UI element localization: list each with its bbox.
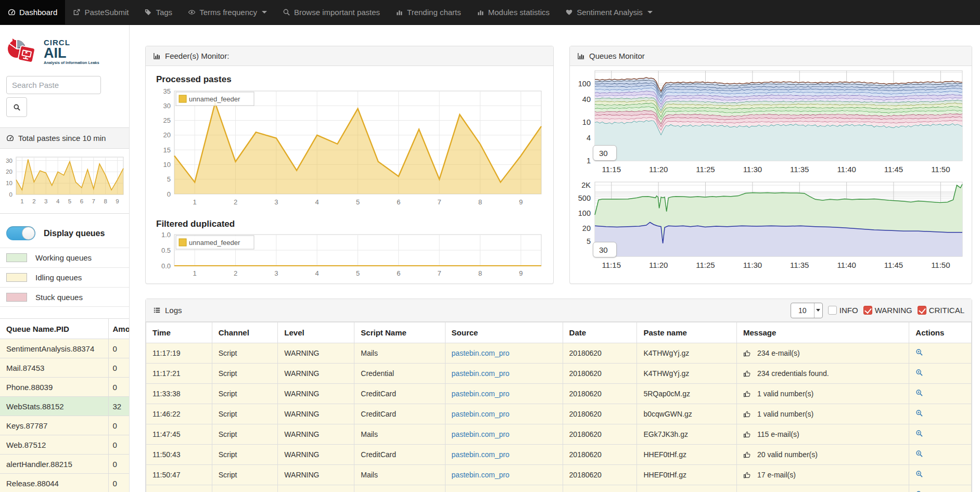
nav-item-dashboard[interactable]: Dashboard <box>0 0 65 24</box>
thumbs-up-icon <box>743 451 751 459</box>
nav-item-label: Browse important pastes <box>294 8 380 17</box>
log-row: 11:17:19ScriptWARNINGMailspastebin.com_p… <box>146 343 972 364</box>
svg-text:5: 5 <box>356 198 360 206</box>
search-plus-icon[interactable] <box>915 409 923 417</box>
search-plus-icon[interactable] <box>915 450 923 458</box>
eye-icon <box>188 8 196 16</box>
svg-text:11:15: 11:15 <box>602 261 621 269</box>
queue-name-header: Queue Name.PID <box>0 319 108 339</box>
feeder-monitor-title: Feeder(s) Monitor: <box>165 51 229 60</box>
bar-chart-icon <box>477 8 485 16</box>
feeder-monitor-header: Feeder(s) Monitor: <box>146 46 553 66</box>
logo-text: CIRCL AIL Analysis of Information Leaks <box>44 38 99 65</box>
logs-header-message: Message <box>736 322 909 343</box>
navbar: DashboardPasteSubmitTagsTerms frequencyB… <box>0 0 980 25</box>
nav-item-label: Trending charts <box>407 8 461 17</box>
queues-monitor-title: Queues Monitor <box>589 51 645 60</box>
checked-checkbox[interactable] <box>863 306 872 315</box>
source-link[interactable]: pastebin.com_pro <box>452 410 510 418</box>
log-script-name: CreditCard <box>354 404 445 424</box>
svg-text:11:35: 11:35 <box>790 165 809 174</box>
search-plus-icon[interactable] <box>915 470 923 478</box>
svg-text:30: 30 <box>6 158 12 164</box>
bar-chart-icon <box>577 52 585 60</box>
log-row: 11:46:22ScriptWARNINGCreditCardpastebin.… <box>146 404 972 424</box>
logs-table-header-row: TimeChannelLevelScript NameSourceDatePas… <box>146 322 972 343</box>
filter-warning[interactable]: WARNING <box>863 306 912 315</box>
list-icon <box>153 306 161 314</box>
log-paste-name: 5RQap0cM.gz <box>637 384 737 404</box>
search-plus-icon[interactable] <box>915 430 923 437</box>
queues-monitor-body: 11:1511:2011:2511:3011:3511:4011:4511:50… <box>570 66 972 276</box>
unchecked-checkbox[interactable] <box>828 306 837 315</box>
nav-item-trending-charts[interactable]: Trending charts <box>388 0 469 24</box>
log-channel: Script <box>212 364 278 384</box>
svg-text:1: 1 <box>20 198 23 204</box>
search-input[interactable] <box>6 76 101 94</box>
svg-text:2: 2 <box>32 198 35 204</box>
logo: CIRCL AIL Analysis of Information Leaks <box>5 35 126 68</box>
queues-bottom-spinner[interactable]: 30 <box>593 242 617 257</box>
log-date: 20180620 <box>563 424 637 445</box>
logs-header: Logs 10 INFOWARNINGCRITICAL <box>146 299 972 322</box>
queue-name: Mail.87453 <box>0 358 108 378</box>
queue-amount: 0 <box>108 455 130 474</box>
search-button[interactable] <box>6 97 27 117</box>
svg-text:11:25: 11:25 <box>696 165 715 174</box>
source-link[interactable]: pastebin.com_pro <box>452 390 510 398</box>
nav-item-browse-important-pastes[interactable]: Browse important pastes <box>275 0 388 24</box>
log-message: 20 valid number(s) <box>736 445 909 465</box>
svg-text:11:30: 11:30 <box>743 165 762 174</box>
source-link[interactable]: pastebin.com_pro <box>452 450 510 459</box>
log-source: pastebin.com_pro <box>445 404 563 424</box>
log-script-name: CreditCard <box>354 445 445 465</box>
log-paste-name: b0cqwGWN.gz <box>637 404 737 424</box>
svg-text:4: 4 <box>315 269 319 277</box>
source-link[interactable]: pastebin.com_pro <box>452 471 510 479</box>
svg-text:4: 4 <box>587 134 591 142</box>
svg-text:5: 5 <box>356 269 360 277</box>
queues-top-spinner[interactable]: 30 <box>593 145 617 161</box>
nav-item-terms-frequency[interactable]: Terms frequency <box>180 0 275 24</box>
filter-info[interactable]: INFO <box>828 306 858 315</box>
queue-name: Release.88044 <box>0 474 108 492</box>
filter-critical[interactable]: CRITICAL <box>918 306 964 315</box>
log-date: 20180620 <box>563 384 637 404</box>
nav-item-pastesubmit[interactable]: PasteSubmit <box>65 0 136 24</box>
logs-header-channel: Channel <box>212 322 278 343</box>
search-plus-icon[interactable] <box>915 369 923 377</box>
display-queues-toggle[interactable] <box>6 226 35 240</box>
source-link[interactable]: pastebin.com_pro <box>452 430 510 438</box>
source-link[interactable]: pastebin.com_pro <box>452 349 510 357</box>
svg-text:11:20: 11:20 <box>649 165 668 174</box>
svg-text:10: 10 <box>6 180 12 186</box>
log-message: 114 valid number(s) <box>736 485 909 492</box>
nav-item-modules-statistics[interactable]: Modules statistics <box>469 0 557 24</box>
svg-text:unnamed_feeder: unnamed_feeder <box>189 95 240 103</box>
queues-chart-top: 11:1511:2011:2511:3011:3511:4011:4511:50… <box>574 68 965 177</box>
queue-amount: 0 <box>108 339 130 358</box>
sidebar: CIRCL AIL Analysis of Information Leaks … <box>0 25 130 492</box>
search-plus-icon[interactable] <box>915 348 923 356</box>
source-link[interactable]: pastebin.com_pro <box>452 369 510 378</box>
main-content: Feeder(s) Monitor: Processed pastes 1234… <box>130 25 980 492</box>
logs-title: Logs <box>165 306 182 315</box>
nav-item-sentiment-analysis[interactable]: Sentiment Analysis <box>557 0 660 24</box>
log-message: 1 valid number(s) <box>736 404 909 424</box>
nav-item-tags[interactable]: Tags <box>136 0 180 24</box>
log-message-text: 17 e-mail(s) <box>757 471 796 479</box>
svg-text:20: 20 <box>582 224 591 232</box>
svg-text:9: 9 <box>519 198 523 206</box>
svg-text:11:50: 11:50 <box>931 261 950 269</box>
svg-text:11:20: 11:20 <box>649 261 668 269</box>
queue-row-mail-87453: Mail.874530 <box>0 358 130 378</box>
log-level: WARNING <box>278 364 354 384</box>
bar-chart-icon <box>153 52 161 60</box>
checked-checkbox[interactable] <box>918 306 926 315</box>
logs-panel: Logs 10 INFOWARNINGCRITICAL TimeChannelL… <box>145 299 972 492</box>
svg-text:2K: 2K <box>581 181 591 189</box>
caret-down-icon <box>647 11 653 14</box>
display-queues-row: Display queues <box>6 226 123 240</box>
page-size-select[interactable]: 10 <box>791 303 823 318</box>
search-plus-icon[interactable] <box>915 389 923 397</box>
